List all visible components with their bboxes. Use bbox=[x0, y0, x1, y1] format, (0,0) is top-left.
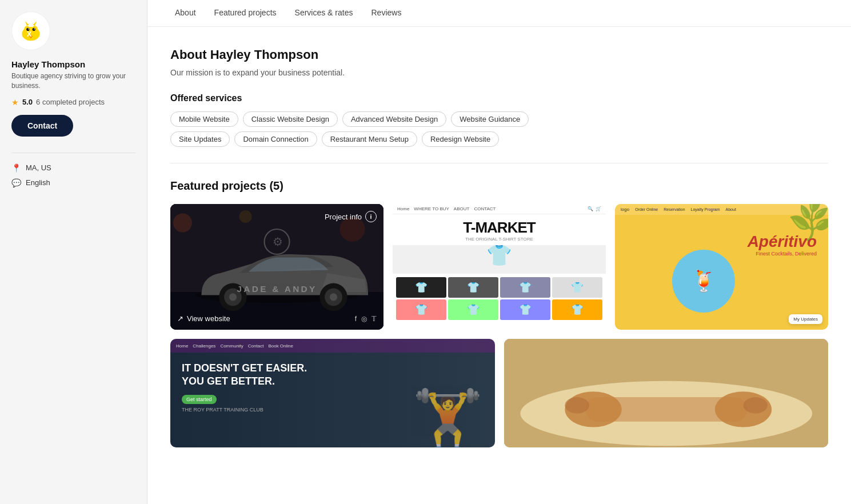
facebook-icon: f bbox=[355, 315, 357, 323]
tmarket-hero-img: 👕 bbox=[393, 245, 606, 274]
main-content: About Featured projects Services & rates… bbox=[147, 0, 851, 504]
tmarket-nav-about: ABOUT bbox=[454, 206, 470, 211]
language-row: 💬 English bbox=[11, 178, 135, 187]
project-card-jade-andy[interactable]: ⚙ JADE & ANDY Project info i ↗ View webs… bbox=[170, 204, 383, 330]
product-2: 👕 bbox=[448, 277, 498, 298]
rating-row: ★ 5.0 6 completed projects bbox=[11, 98, 135, 107]
profile-name: Hayley Thompson bbox=[11, 59, 135, 69]
tmarket-content: Home WHERE TO BUY ABOUT CONTACT 🔍 🛒 T-MA… bbox=[393, 204, 606, 330]
tmarket-hero-subtitle: THE ORIGINAL T-SHIRT STORE bbox=[395, 237, 604, 242]
tag-domain-connection: Domain Connection bbox=[234, 131, 317, 147]
tmarket-nav-actions: 🔍 🛒 bbox=[588, 206, 601, 211]
svg-point-6 bbox=[33, 28, 35, 31]
info-icon: i bbox=[365, 211, 377, 222]
tag-website-guidance: Website Guidance bbox=[451, 111, 529, 127]
tmarket-product-grid: 👕 👕 👕 👕 👕 👕 👕 👕 bbox=[393, 275, 606, 322]
tag-advanced-website: Advanced Website Design bbox=[342, 111, 446, 127]
external-link-icon: ↗ bbox=[177, 314, 183, 323]
projects-grid-top: ⚙ JADE & ANDY Project info i ↗ View webs… bbox=[170, 204, 828, 330]
fitness-quote-line1: IT DOESN'T GET EASIER. bbox=[182, 362, 307, 375]
page-content: About Hayley Thompson Our mission is to … bbox=[147, 27, 851, 468]
fitness-nav-contact: Contact bbox=[248, 343, 264, 349]
fitness-cta: Get started bbox=[182, 393, 307, 403]
aperitivo-logo-small: logo bbox=[621, 207, 629, 212]
product-1: 👕 bbox=[396, 277, 446, 298]
nav-reviews[interactable]: Reviews bbox=[362, 0, 410, 26]
about-subtitle: Our mission is to expand your business p… bbox=[170, 68, 828, 77]
star-icon: ★ bbox=[11, 98, 19, 107]
aperitivo-brand-text: Apéritivo Finest Cocktails, Delivered bbox=[748, 233, 817, 257]
tmarket-cart-icon: 🛒 bbox=[596, 206, 601, 211]
car-card-overlay: Project info i ↗ View website f ◎ 𝕋 bbox=[170, 204, 383, 330]
product-7: 👕 bbox=[500, 299, 550, 320]
view-website-label: View website bbox=[187, 314, 230, 323]
language-text: English bbox=[26, 178, 50, 187]
aperitivo-nav-about: About bbox=[726, 207, 736, 211]
aperitivo-drink-circle: 🍹 bbox=[672, 250, 735, 313]
tmarket-nav-contact: CONTACT bbox=[474, 206, 496, 211]
tmarket-nav: Home WHERE TO BUY ABOUT CONTACT 🔍 🛒 bbox=[393, 204, 606, 214]
contact-button[interactable]: Contact bbox=[11, 115, 73, 137]
product-6: 👕 bbox=[448, 299, 498, 320]
twitter-icon: 𝕋 bbox=[371, 315, 377, 323]
logo-container: X bbox=[11, 11, 135, 50]
product-5: 👕 bbox=[396, 299, 446, 320]
tshirt-person-icon: 👕 bbox=[486, 245, 512, 274]
sidebar-divider bbox=[11, 153, 135, 153]
tag-redesign-website: Redesign Website bbox=[422, 131, 499, 147]
card-bottom-row: ↗ View website f ◎ 𝕋 bbox=[177, 314, 377, 323]
services-row-2: Site Updates Domain Connection Restauran… bbox=[170, 131, 828, 147]
tmarket-nav-where: WHERE TO BUY bbox=[414, 206, 449, 211]
about-title: About Hayley Thompson bbox=[170, 47, 828, 62]
tmarket-search-icon: 🔍 bbox=[588, 206, 593, 211]
fitness-nav-home: Home bbox=[176, 343, 188, 349]
location-row: 📍 MA, US bbox=[11, 163, 135, 173]
fitness-quote-line2: YOU GET BETTER. bbox=[182, 375, 307, 388]
social-icons: f ◎ 𝕋 bbox=[355, 315, 377, 323]
nav-featured-projects[interactable]: Featured projects bbox=[205, 0, 286, 26]
tag-site-updates: Site Updates bbox=[170, 131, 230, 147]
language-icon: 💬 bbox=[11, 178, 21, 187]
tag-classic-website: Classic Website Design bbox=[243, 111, 338, 127]
tag-restaurant-menu: Restaurant Menu Setup bbox=[322, 131, 417, 147]
fitness-top-bar: Home Challenges Community Contact Book O… bbox=[170, 339, 495, 353]
fitness-nav-challenge: Challenges bbox=[193, 343, 215, 349]
tmarket-nav-links: Home WHERE TO BUY ABOUT CONTACT bbox=[397, 206, 496, 211]
tmarket-hero-text: T-MARKET bbox=[395, 219, 604, 237]
top-nav: About Featured projects Services & rates… bbox=[147, 0, 851, 27]
profile-desc: Boutique agency striving to grow your bu… bbox=[11, 71, 135, 91]
aperitivo-nav-reservation: Reservation bbox=[664, 207, 685, 211]
fitness-text: IT DOESN'T GET EASIER. YOU GET BETTER. G… bbox=[182, 362, 307, 413]
offered-services-label: Offered services bbox=[170, 93, 828, 103]
fitness-nav-community: Community bbox=[220, 343, 243, 349]
completed-projects: 6 completed projects bbox=[36, 98, 105, 106]
project-card-fitness[interactable]: Home Challenges Community Contact Book O… bbox=[170, 339, 495, 447]
sidebar: X Hayley Thompson Boutique agency strivi… bbox=[0, 0, 147, 504]
product-8: 👕 bbox=[552, 299, 602, 320]
instagram-icon: ◎ bbox=[361, 315, 367, 323]
fitness-person-icon: 🏋️ bbox=[412, 390, 484, 447]
nav-about[interactable]: About bbox=[166, 0, 205, 26]
project-info-badge[interactable]: Project info i bbox=[177, 211, 377, 222]
view-website-link[interactable]: ↗ View website bbox=[177, 314, 230, 323]
product-4: 👕 bbox=[552, 277, 602, 298]
project-card-tmarket[interactable]: Home WHERE TO BUY ABOUT CONTACT 🔍 🛒 T-MA… bbox=[393, 204, 606, 330]
fitness-get-started-btn: Get started bbox=[182, 395, 217, 404]
tmarket-hero: T-MARKET THE ORIGINAL T-SHIRT STORE bbox=[393, 214, 606, 244]
svg-point-34 bbox=[743, 397, 768, 413]
fitness-nav-book: Book Online bbox=[268, 343, 293, 349]
tmarket-nav-home: Home bbox=[397, 206, 409, 211]
project-card-food[interactable]: Home Gallery About bbox=[504, 339, 829, 447]
aperitivo-updates-widget: My Updates bbox=[789, 314, 822, 324]
product-3: 👕 bbox=[500, 277, 550, 298]
aperitivo-tagline: Finest Cocktails, Delivered bbox=[748, 251, 817, 257]
fitness-club-name: THE ROY PRATT TRAINING CLUB bbox=[182, 407, 307, 413]
aperitivo-drink-icon: 🍹 bbox=[691, 269, 717, 293]
nav-services-rates[interactable]: Services & rates bbox=[286, 0, 362, 26]
location-icon: 📍 bbox=[11, 163, 21, 173]
wix-logo: X bbox=[11, 11, 50, 50]
services-row-1: Mobile Website Classic Website Design Ad… bbox=[170, 111, 828, 127]
project-card-aperitivo[interactable]: logo Order Online Reservation Loyalty Pr… bbox=[615, 204, 828, 330]
project-info-label: Project info bbox=[325, 213, 362, 221]
projects-grid-bottom: Home Challenges Community Contact Book O… bbox=[170, 339, 828, 447]
